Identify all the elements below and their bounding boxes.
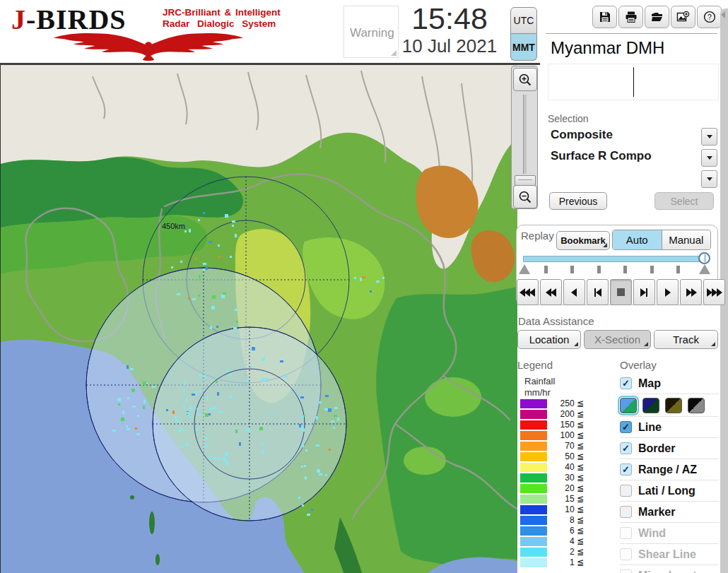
zoom-slider-thumb[interactable]	[515, 175, 536, 186]
radar-map[interactable]: 450km	[0, 65, 517, 573]
overlay-item-map[interactable]: ✓Map	[620, 373, 719, 394]
dropdown-arrow-button[interactable]	[701, 149, 717, 167]
map-style-black-gray[interactable]	[688, 398, 705, 413]
legend-value-label: 4 ≦	[550, 536, 584, 546]
manual-mode-button[interactable]: Manual	[662, 230, 711, 249]
collapse-arrow-icon[interactable]	[721, 11, 725, 18]
rainfall-legend: 250 ≦200 ≦150 ≦100 ≦70 ≦50 ≦40 ≦30 ≦20 ≦…	[520, 398, 585, 568]
forward-fast-button[interactable]	[703, 279, 725, 305]
legend-row: 30 ≦	[520, 473, 585, 483]
overlay-item-lati-long[interactable]: Lati / Long	[620, 480, 719, 502]
select-button[interactable]: Select	[654, 192, 714, 210]
open-folder-icon	[650, 11, 664, 23]
checkbox[interactable]: ✓	[620, 463, 632, 475]
chevron-down-icon	[707, 177, 712, 181]
timezone-toggle: UTC MMT	[510, 7, 537, 61]
legend-color-swatch	[520, 399, 547, 408]
location-button[interactable]: Location	[517, 330, 581, 349]
triangle-glyph	[640, 288, 646, 297]
overlay-item-label: Line	[638, 421, 662, 434]
overlay-item-wind[interactable]: Wind	[620, 523, 719, 544]
text-caret	[633, 67, 634, 97]
zoom-in-button[interactable]	[513, 68, 537, 91]
map-style-blue-green[interactable]	[620, 398, 637, 413]
station-info-box[interactable]	[548, 64, 719, 100]
rewind-fast-button[interactable]	[517, 279, 539, 305]
selection-label: Selection	[548, 113, 589, 124]
dropdown-arrow-button[interactable]	[701, 128, 717, 146]
legend-value-label: 200 ≦	[550, 409, 584, 419]
previous-button[interactable]: Previous	[549, 192, 607, 210]
checkbox[interactable]	[620, 548, 632, 560]
zoom-slider-track[interactable]	[523, 95, 527, 174]
map-style-navy-darkgreen[interactable]	[642, 398, 659, 413]
legend-row: 100 ≦	[520, 430, 585, 441]
rewind-button[interactable]	[540, 279, 562, 305]
legend-label: Legend	[517, 359, 553, 371]
legend-value-label: 15 ≦	[550, 494, 584, 504]
replay-mode-toggle: Auto Manual	[612, 230, 711, 250]
dropdown-product[interactable]: Surface R Compo	[548, 148, 717, 167]
checkbox[interactable]: ✓	[620, 421, 632, 433]
legend-row: 4 ≦	[520, 536, 585, 547]
checkbox[interactable]	[620, 485, 632, 497]
overlay-item-border[interactable]: ✓Border	[620, 438, 719, 459]
x-section-button[interactable]: X-Section	[584, 330, 651, 349]
legend-row: 40 ≦	[520, 462, 585, 473]
checkbox[interactable]	[620, 506, 632, 518]
checkbox[interactable]: ✓	[620, 442, 632, 454]
play-button[interactable]	[657, 279, 679, 305]
svg-text:?: ?	[708, 13, 712, 21]
legend-color-swatch	[520, 505, 547, 514]
checkbox[interactable]	[620, 527, 632, 539]
legend-color-swatch	[520, 410, 547, 419]
triangle-glyph	[665, 288, 671, 297]
overlay-item-marker[interactable]: Marker	[620, 502, 719, 523]
timeline-tick	[570, 266, 574, 273]
step-forward-button[interactable]	[633, 279, 655, 305]
mmt-button[interactable]: MMT	[510, 34, 537, 61]
dropdown-category[interactable]: Composite	[548, 127, 717, 146]
legend-row: 1 ≦	[520, 557, 585, 568]
timeline-end-marker[interactable]	[699, 264, 710, 274]
auto-mode-button[interactable]: Auto	[613, 230, 662, 249]
play-reverse-button[interactable]	[563, 279, 585, 305]
add-image-button[interactable]	[671, 6, 695, 28]
utc-button[interactable]: UTC	[510, 7, 537, 34]
timeline-start-marker[interactable]	[519, 264, 530, 274]
timeline-tick	[676, 266, 680, 273]
legend-row: 15 ≦	[520, 494, 585, 504]
timeline-tick	[623, 266, 627, 273]
overlay-item-label: Lati / Long	[638, 485, 695, 497]
map-style-dark-olive[interactable]	[665, 398, 682, 413]
legend-value-label: 40 ≦	[550, 462, 584, 472]
legend-value-label: 20 ≦	[550, 483, 584, 493]
print-button[interactable]	[618, 6, 643, 28]
open-folder-button[interactable]	[645, 6, 669, 28]
dropdown-option[interactable]	[548, 170, 717, 188]
forward-button[interactable]	[680, 279, 702, 305]
overlay-item-line[interactable]: ✓Line	[620, 417, 719, 438]
checkbox[interactable]: ✓	[620, 377, 632, 389]
logo-tagline-line1: JRC-Brilliant & Intelligent	[163, 7, 281, 18]
legend-color-swatch	[520, 452, 547, 461]
help-button[interactable]: ?	[697, 6, 722, 28]
timeline-slider-track[interactable]	[523, 256, 705, 262]
stop-button[interactable]	[610, 279, 632, 305]
overlay-item-microburst[interactable]: Microburst	[620, 565, 719, 573]
overlay-item-shear-line[interactable]: Shear Line	[620, 544, 719, 565]
step-backward-button[interactable]	[587, 279, 609, 305]
timeline-slider-handle[interactable]	[698, 252, 710, 264]
bookmark-button[interactable]: Bookmark	[556, 231, 610, 250]
map-zoom-widget	[511, 66, 538, 209]
dropdown-arrow-button[interactable]	[701, 170, 717, 188]
timeline-ticks	[544, 266, 680, 273]
track-button[interactable]: Track	[654, 330, 718, 349]
legend-color-swatch	[520, 548, 547, 557]
overlay-item-range-az[interactable]: ✓Range / AZ	[620, 459, 719, 480]
save-button[interactable]	[592, 6, 617, 28]
legend-row: 6 ≦	[520, 526, 585, 536]
legend-color-swatch	[520, 526, 547, 536]
zoom-out-button[interactable]	[513, 185, 537, 208]
checkbox[interactable]	[620, 569, 632, 573]
